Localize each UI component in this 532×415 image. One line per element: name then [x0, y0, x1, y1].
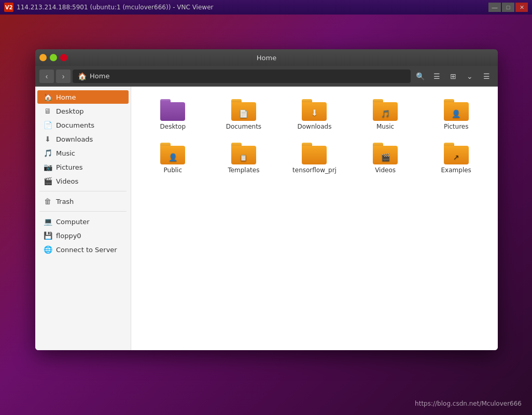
- sidebar-item-trash[interactable]: 🗑 Trash: [37, 195, 129, 208]
- sidebar-item-connect-server[interactable]: 🌐 Connect to Server: [37, 243, 129, 256]
- vnc-window-controls: — □ ✕: [488, 3, 528, 12]
- file-label-videos: Videos: [375, 167, 396, 174]
- computer-icon: 💻: [44, 217, 52, 226]
- documents-icon: 📄: [44, 121, 52, 129]
- folder-icon-downloads: ⬇: [302, 99, 327, 121]
- file-item-public[interactable]: 👤 Public: [139, 139, 206, 178]
- sidebar-label-documents: Documents: [56, 121, 94, 129]
- file-grid: Desktop 📄 Documents ⬇ Downloads: [131, 87, 498, 350]
- file-item-music[interactable]: 🎵 Music: [352, 95, 419, 134]
- sidebar-item-desktop[interactable]: 🖥 Desktop: [37, 104, 129, 118]
- folder-icon-examples: ↗: [444, 143, 469, 164]
- sidebar-separator-2: [39, 211, 127, 212]
- sidebar-item-videos[interactable]: 🎬 Videos: [37, 174, 129, 188]
- sidebar-label-trash: Trash: [56, 198, 74, 205]
- sidebar-label-downloads: Downloads: [56, 135, 93, 143]
- file-item-templates[interactable]: 📋 Templates: [211, 139, 277, 178]
- vnc-maximize-button[interactable]: □: [502, 3, 514, 12]
- folder-icon-templates: 📋: [231, 143, 256, 164]
- file-item-examples[interactable]: ↗ Examples: [423, 139, 489, 178]
- file-item-documents[interactable]: 📄 Documents: [211, 95, 277, 134]
- watermark-text: https://blog.csdn.net/Mculover666: [415, 400, 522, 407]
- pictures-icon: 📷: [44, 163, 52, 171]
- file-item-tensorflow[interactable]: tensorflow_prj: [281, 139, 348, 178]
- music-icon: 🎵: [44, 149, 52, 157]
- vnc-title: 114.213.214.188:5901 (ubuntu:1 (mculover…: [17, 4, 488, 11]
- folder-icon-tensorflow: [302, 143, 327, 164]
- sidebar-item-pictures[interactable]: 📷 Pictures: [37, 160, 129, 174]
- folder-overlay-downloads: ⬇: [311, 108, 318, 118]
- file-label-downloads: Downloads: [298, 123, 332, 130]
- folder-overlay-documents: 📄: [239, 109, 248, 118]
- folder-icon-documents: 📄: [231, 99, 256, 121]
- window-titlebar: Home: [35, 49, 498, 66]
- trash-icon: 🗑: [44, 197, 52, 205]
- file-label-music: Music: [376, 123, 394, 130]
- folder-icon-videos: 🎬: [373, 143, 398, 164]
- folder-overlay-videos: 🎬: [381, 153, 390, 161]
- sidebar-item-floppy[interactable]: 💾 floppy0: [37, 229, 129, 242]
- back-button[interactable]: ‹: [39, 70, 54, 83]
- file-item-videos[interactable]: 🎬 Videos: [352, 139, 419, 178]
- sort-button[interactable]: ⌄: [463, 70, 477, 83]
- sidebar-item-downloads[interactable]: ⬇ Downloads: [37, 132, 129, 146]
- folder-icon-desktop: [160, 99, 185, 121]
- file-label-documents: Documents: [226, 123, 261, 130]
- videos-icon: 🎬: [44, 177, 52, 185]
- folder-overlay-examples: ↗: [453, 153, 459, 161]
- folder-icon-music: 🎵: [373, 99, 398, 121]
- folder-overlay-public: 👤: [169, 153, 177, 161]
- sidebar-label-desktop: Desktop: [56, 107, 84, 115]
- folder-overlay-pictures: 👤: [452, 109, 460, 118]
- file-label-templates: Templates: [228, 167, 259, 174]
- sidebar-label-home: Home: [56, 93, 76, 101]
- file-label-desktop: Desktop: [160, 123, 186, 130]
- floppy-icon: 💾: [44, 231, 52, 240]
- file-manager-window: Home ‹ › 🏠 Home 🔍 ☰ ⊞ ⌄ ☰ 🏠 Home 🖥 Deskt…: [35, 49, 498, 350]
- sidebar: 🏠 Home 🖥 Desktop 📄 Documents ⬇ Downloads…: [35, 87, 131, 350]
- vnc-logo: V2: [4, 3, 13, 12]
- toolbar-right-controls: 🔍 ☰ ⊞ ⌄ ☰: [413, 70, 494, 83]
- home-icon: 🏠: [44, 93, 52, 101]
- location-text: Home: [90, 72, 109, 80]
- window-maximize-button[interactable]: [50, 54, 57, 61]
- location-bar[interactable]: 🏠 Home: [73, 70, 411, 83]
- forward-button[interactable]: ›: [56, 70, 71, 83]
- watermark: https://blog.csdn.net/Mculover666: [415, 400, 522, 407]
- downloads-icon: ⬇: [44, 135, 52, 143]
- folder-overlay-music: 🎵: [381, 109, 390, 118]
- vnc-minimize-button[interactable]: —: [488, 3, 501, 12]
- file-label-pictures: Pictures: [444, 123, 469, 130]
- folder-icon-pictures: 👤: [444, 99, 469, 121]
- window-minimize-button[interactable]: [39, 54, 47, 61]
- server-icon: 🌐: [44, 245, 52, 254]
- file-item-desktop[interactable]: Desktop: [139, 95, 206, 134]
- file-item-downloads[interactable]: ⬇ Downloads: [281, 95, 348, 134]
- sidebar-item-music[interactable]: 🎵 Music: [37, 146, 129, 160]
- sidebar-label-videos: Videos: [56, 177, 78, 185]
- sidebar-label-computer: Computer: [56, 218, 90, 226]
- sidebar-label-music: Music: [56, 149, 75, 157]
- vnc-titlebar: V2 114.213.214.188:5901 (ubuntu:1 (mculo…: [0, 0, 532, 15]
- window-title: Home: [71, 54, 463, 62]
- folder-overlay-templates: 📋: [240, 154, 247, 161]
- file-label-examples: Examples: [441, 167, 471, 174]
- menu-button[interactable]: ☰: [479, 70, 494, 83]
- sidebar-label-floppy: floppy0: [56, 232, 81, 240]
- list-view-button[interactable]: ☰: [429, 70, 444, 83]
- vnc-close-button[interactable]: ✕: [515, 3, 528, 12]
- sidebar-item-home[interactable]: 🏠 Home: [37, 90, 129, 104]
- window-close-button[interactable]: [60, 54, 67, 61]
- sidebar-label-pictures: Pictures: [56, 163, 82, 171]
- search-button[interactable]: 🔍: [413, 70, 427, 83]
- toolbar: ‹ › 🏠 Home 🔍 ☰ ⊞ ⌄ ☰: [35, 66, 498, 87]
- desktop-icon: 🖥: [44, 107, 52, 115]
- location-home-icon: 🏠: [78, 72, 87, 80]
- file-item-pictures[interactable]: 👤 Pictures: [423, 95, 489, 134]
- sidebar-label-connect-server: Connect to Server: [56, 246, 117, 254]
- sidebar-item-computer[interactable]: 💻 Computer: [37, 215, 129, 228]
- file-label-public: Public: [164, 167, 183, 174]
- sidebar-separator-1: [39, 191, 127, 191]
- grid-view-button[interactable]: ⊞: [446, 70, 460, 83]
- sidebar-item-documents[interactable]: 📄 Documents: [37, 118, 129, 132]
